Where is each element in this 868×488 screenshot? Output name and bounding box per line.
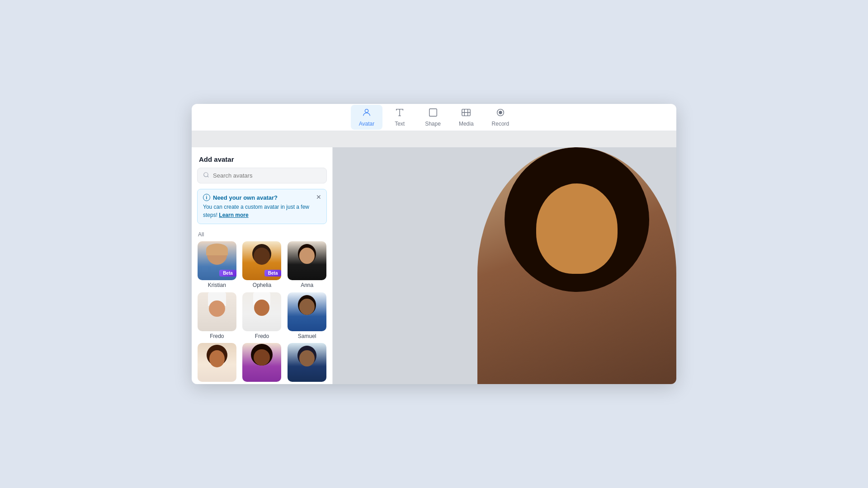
beta-badge: Beta [264, 270, 282, 277]
bg-avatar-figure [477, 147, 676, 384]
avatar-thumb-r3c[interactable] [288, 343, 326, 382]
avatar-thumb-fredo2[interactable] [242, 292, 281, 331]
list-item[interactable]: Fredo [196, 292, 238, 340]
avatar-name-ophelia: Ophelia [253, 282, 271, 288]
avatar-name-anna: Anna [301, 282, 313, 288]
beta-badge: Beta [219, 270, 236, 277]
tab-shape[interactable]: Shape [417, 105, 449, 130]
section-label: All [192, 230, 332, 241]
list-item[interactable]: Samuel [286, 292, 328, 340]
avatar-thumb-anna[interactable] [288, 241, 326, 280]
svg-point-0 [365, 109, 368, 113]
list-item[interactable]: Beta Kristian [196, 241, 238, 289]
avatar-panel: Add avatar i Need your own avatar? [192, 147, 333, 384]
toolbar: Avatar Text Shape [192, 104, 676, 131]
list-item[interactable] [286, 343, 328, 384]
svg-point-5 [204, 173, 208, 177]
tab-shape-label: Shape [425, 121, 441, 127]
record-icon [495, 108, 505, 120]
avatar-thumb-ophelia[interactable]: Beta [242, 241, 281, 280]
banner-close-button[interactable]: ✕ [315, 193, 323, 201]
app-window: Avatar Text Shape [192, 104, 676, 384]
list-item[interactable]: Fredo [241, 292, 283, 340]
svg-point-4 [499, 111, 502, 114]
toolbar-sub [192, 131, 676, 147]
learn-more-link[interactable]: Learn more [219, 212, 248, 218]
main-area: Add avatar i Need your own avatar? [192, 147, 676, 384]
tab-avatar-label: Avatar [359, 121, 374, 127]
banner-body: You can create a custom avatar in just a… [203, 203, 321, 219]
media-icon [461, 108, 471, 120]
avatar-grid: Beta Kristian Beta Ophelia Anna [192, 241, 332, 384]
info-icon: i [203, 194, 210, 201]
list-item[interactable] [241, 343, 283, 384]
avatar-name-kristian: Kristian [208, 282, 226, 288]
tab-media-label: Media [459, 121, 474, 127]
avatar-thumb-kristian[interactable]: Beta [198, 241, 236, 280]
tab-media[interactable]: Media [451, 105, 482, 130]
avatar-thumb-fredo1[interactable] [198, 292, 236, 331]
tab-avatar[interactable]: Avatar [351, 105, 382, 130]
avatar-thumb-r3a[interactable] [198, 343, 236, 382]
avatar-name-fredo1: Fredo [210, 333, 224, 339]
search-icon [203, 172, 209, 179]
avatar-name-fredo2: Fredo [255, 333, 269, 339]
list-item[interactable]: Anna [286, 241, 328, 289]
info-banner: i Need your own avatar? You can create a… [197, 189, 327, 224]
text-icon [395, 108, 405, 120]
search-input[interactable] [213, 172, 321, 179]
shape-icon [428, 108, 438, 120]
search-bar[interactable] [197, 168, 327, 183]
avatar-name-samuel: Samuel [298, 333, 316, 339]
svg-rect-1 [429, 109, 437, 117]
tab-text[interactable]: Text [384, 105, 415, 130]
tab-text-label: Text [395, 121, 405, 127]
banner-title: i Need your own avatar? [203, 194, 321, 201]
avatar-icon [362, 108, 372, 120]
list-item[interactable]: Beta Ophelia [241, 241, 283, 289]
background-avatar [477, 147, 676, 384]
tab-record[interactable]: Record [484, 105, 518, 130]
avatar-thumb-samuel[interactable] [288, 292, 326, 331]
avatar-thumb-r3b[interactable] [242, 343, 281, 382]
list-item[interactable] [196, 343, 238, 384]
bg-avatar-face [536, 183, 618, 274]
panel-title: Add avatar [192, 147, 332, 168]
tab-record-label: Record [492, 121, 509, 127]
